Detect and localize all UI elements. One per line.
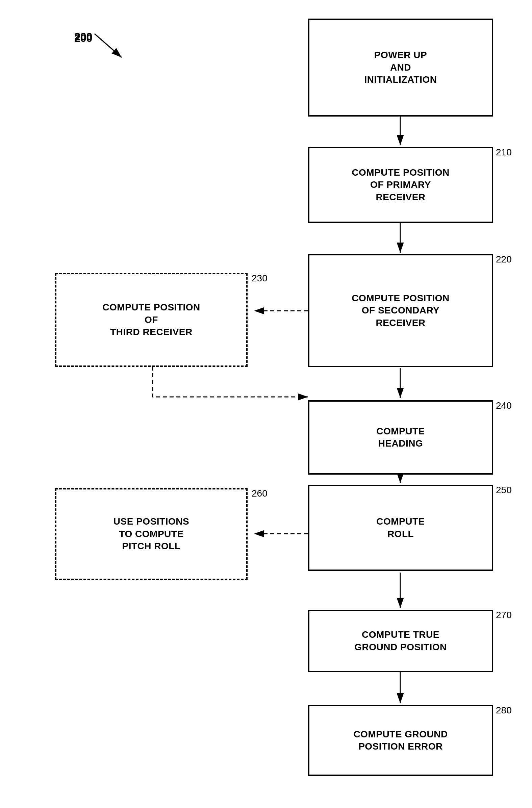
box-third-receiver: COMPUTE POSITIONOFTHIRD RECEIVER — [55, 273, 247, 367]
box-true-ground: COMPUTE TRUEGROUND POSITION — [308, 610, 493, 672]
box-secondary-receiver: COMPUTE POSITIONOF SECONDARYRECEIVER — [308, 254, 493, 367]
label-200-text: 200 — [74, 31, 92, 43]
label-240: 240 — [496, 400, 512, 411]
box-roll: COMPUTEROLL — [308, 485, 493, 571]
box-heading: COMPUTEHEADING — [308, 400, 493, 475]
box-primary-receiver: COMPUTE POSITIONOF PRIMARYRECEIVER — [308, 147, 493, 223]
label-270: 270 — [496, 610, 512, 621]
box-pitch-roll: USE POSITIONSTO COMPUTEPITCH ROLL — [55, 488, 247, 580]
diagram: 200 200 POWER UPANDINITIALIZATION 210 CO… — [0, 0, 532, 808]
box-power-up: POWER UPANDINITIALIZATION — [308, 19, 493, 116]
label-280: 280 — [496, 705, 512, 716]
box-ground-error: COMPUTE GROUNDPOSITION ERROR — [308, 705, 493, 776]
label-260: 260 — [252, 488, 268, 499]
label-220: 220 — [496, 254, 512, 265]
label-250: 250 — [496, 485, 512, 496]
svg-line-10 — [95, 34, 122, 57]
label-230: 230 — [252, 273, 268, 284]
label-210: 210 — [496, 147, 512, 158]
